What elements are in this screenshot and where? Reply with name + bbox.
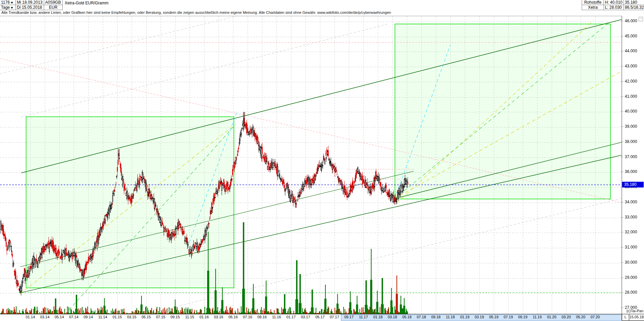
price-chart-canvas[interactable] (0, 16, 622, 314)
y-axis-label: 44.000 (625, 49, 637, 53)
x-axis-label: 03.18 (388, 315, 397, 319)
exchange-label: Xetra (582, 5, 604, 10)
x-axis-label: 09.17 (344, 315, 354, 319)
x-axis-label: 05.19 (489, 315, 498, 319)
y-axis-label: 37.000 (625, 154, 637, 159)
chevron-down-icon: ▼ (10, 0, 14, 5)
x-axis-label: 05.18 (402, 315, 412, 319)
high-value: H: 40.010 (604, 0, 624, 5)
x-axis-label: 11.17 (359, 315, 368, 319)
time-axis[interactable]: 01.1403.1405.1407.1409.1411.1401.1503.15… (0, 314, 622, 321)
header-bar: 1176▼ Tage▼ Mi 18.09.2013 Di 15.05.2018 … (0, 0, 644, 10)
x-axis-label: 03.15 (127, 315, 136, 319)
x-axis-label: 01.14 (26, 315, 35, 319)
x-axis-label: 07.19 (504, 315, 513, 319)
disclaimer-text: Alle Trendkanäle bzw. andere Linien, ode… (1, 10, 621, 16)
category-label: Rohstoffe (582, 0, 604, 5)
y-axis-label: 34.000 (625, 200, 637, 204)
x-axis-label: 01.15 (112, 315, 122, 319)
x-axis-label: 11.16 (272, 315, 281, 319)
x-axis-label: 03.20 (561, 315, 571, 319)
price-chart-area[interactable] (0, 16, 622, 314)
x-axis-label: 01.20 (547, 315, 556, 319)
x-axis-label: 09.19 (518, 315, 527, 319)
x-axis-label: 09.16 (257, 315, 267, 319)
x-axis-label: 07.20 (590, 315, 600, 319)
x-axis-label: 01.16 (199, 315, 209, 319)
price-axis[interactable]: 46.00045.00044.00043.00042.00041.00040.0… (622, 16, 644, 314)
x-axis-label: 07.16 (243, 315, 252, 319)
y-axis-label: 32.000 (625, 230, 637, 234)
chevron-down-icon: ▼ (10, 5, 14, 10)
x-axis-label: 09.14 (84, 315, 93, 319)
chart-title: Xetra-Gold EUR/Gramm (64, 1, 299, 6)
collapse-icon[interactable]: − (639, 17, 643, 21)
x-axis-label: 05.16 (228, 315, 238, 319)
x-axis-label: 05.20 (576, 315, 585, 319)
header-last-price: 35.180 (624, 0, 644, 5)
x-axis-label: 03.16 (214, 315, 223, 319)
header-extra-info: 86.5/16.32 (624, 5, 644, 10)
x-axis-label: 03.14 (40, 315, 50, 319)
last-date-field[interactable]: Di 15.05.2018 (16, 5, 44, 10)
x-axis-label: 07.15 (156, 315, 165, 319)
x-axis-label: 11.19 (533, 315, 542, 319)
x-axis-label: 11.14 (98, 315, 107, 319)
y-axis-label: 30.000 (625, 260, 637, 265)
x-axis-label: 07.17 (330, 315, 339, 319)
x-axis-label: 01.19 (460, 315, 470, 319)
y-axis-label: 29.000 (625, 275, 637, 280)
y-axis-label: 33.000 (625, 215, 637, 220)
x-axis-label: 01.18 (373, 315, 383, 319)
last-price-tag: 35.180 (622, 182, 644, 187)
y-axis-label: 42.000 (625, 79, 637, 84)
x-axis-label: 07.18 (417, 315, 426, 319)
x-axis-label: 05.15 (141, 315, 151, 319)
x-axis-label: 03.19 (475, 315, 484, 319)
first-date-field[interactable]: Mi 18.09.2013 (16, 0, 44, 5)
footer-cells: L 15.05.18 (622, 314, 644, 321)
x-axis-label: 03.17 (301, 315, 310, 319)
y-axis-label: 41.000 (625, 94, 637, 99)
x-axis-label: 05.14 (55, 315, 64, 319)
footer-last-date: 15.05.18 (629, 314, 644, 321)
x-axis-label: 07.14 (69, 315, 78, 319)
bars-count-dropdown[interactable]: 1176▼ (0, 0, 16, 5)
x-axis-label: 11.15 (185, 315, 194, 319)
y-axis-label: 28.000 (625, 290, 637, 295)
x-axis-label: 09.15 (170, 315, 180, 319)
y-axis-label: 38.000 (625, 139, 637, 144)
y-axis-label: 31.000 (625, 245, 637, 250)
y-axis-label: 40.000 (625, 109, 637, 114)
y-axis-label: 43.000 (625, 64, 637, 68)
low-value: L: 28.030 (604, 5, 624, 10)
x-axis-label: 05.17 (315, 315, 325, 319)
x-axis-label: 09.18 (431, 315, 441, 319)
currency-label: EUR (44, 5, 63, 10)
y-axis-label: 46.000 (625, 19, 637, 23)
last-marker-label: L (622, 314, 629, 321)
symbol-field[interactable]: A0S9GB (44, 0, 63, 5)
y-axis-label: 45.000 (625, 34, 637, 38)
x-axis-label: 01.17 (286, 315, 296, 319)
copyright-label: (c)Tai-Pan (626, 309, 643, 313)
period-dropdown[interactable]: Tage▼ (0, 5, 16, 10)
y-axis-label: 39.000 (625, 124, 637, 129)
y-axis-label: 36.000 (625, 169, 637, 174)
x-axis-label: 11.18 (446, 315, 455, 319)
